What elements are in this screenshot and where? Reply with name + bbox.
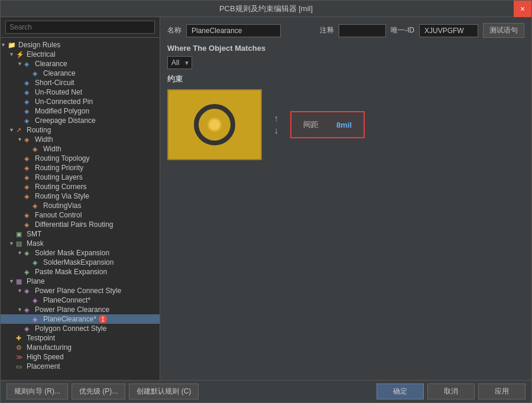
tree-item-plane-connect[interactable]: ◈PlaneConnect* (1, 295, 160, 305)
tree-item-un-connected-pin[interactable]: ◈Un-Connected Pin (1, 97, 160, 106)
tree-item-plane[interactable]: ▼▦Plane (1, 277, 160, 286)
tree-item-placement[interactable]: ▭Placement (1, 362, 160, 371)
tree-item-testpoint[interactable]: ✚Testpoint (1, 333, 160, 343)
tree-item-clearance[interactable]: ◈Clearance (1, 69, 160, 78)
create-default-button[interactable]: 创建默认规则 (C) (129, 384, 199, 399)
where-select[interactable]: All (167, 56, 192, 69)
gap-value: 8mil (336, 121, 352, 129)
tree-icon-routing-via-style: ◈ (24, 193, 34, 200)
tree-label-smt: SMT (27, 230, 41, 238)
tree-item-solder-mask-exp-item[interactable]: ◈SolderMaskExpansion (1, 258, 160, 267)
tree-arrow-design-rules: ▼ (1, 42, 8, 48)
ok-button[interactable]: 确定 (377, 384, 424, 399)
tree-item-width[interactable]: ◈Width (1, 144, 160, 154)
tree-item-diff-pairs[interactable]: ◈Differential Pairs Routing (1, 220, 160, 229)
tree-item-routing-vias[interactable]: ◈RoutingVias (1, 201, 160, 210)
gap-label: 间距 (303, 119, 319, 130)
rule-header: 名称 注释 唯一-ID 测试语句 (167, 23, 524, 38)
tree-item-fanout-control[interactable]: ◈Fanout Control (1, 210, 160, 220)
constraint-section: 约束 ↑ ↓ 间距 8mil (167, 74, 524, 374)
rule-wizard-button[interactable]: 规则向导 (R)... (7, 384, 68, 399)
tree-item-smt[interactable]: ▣SMT (1, 229, 160, 239)
tree-arrow-power-plane-clearance: ▼ (17, 307, 24, 313)
tree-item-creepage-distance[interactable]: ◈Creepage Distance (1, 116, 160, 125)
unique-id-input[interactable] (419, 24, 478, 37)
constraint-content: ↑ ↓ 间距 8mil (167, 89, 524, 160)
where-row: All ▼ (167, 56, 524, 69)
tree-item-routing-topology[interactable]: ◈Routing Topology (1, 154, 160, 163)
tree-item-electrical[interactable]: ▼⚡Electrical (1, 50, 160, 59)
tree-label-routing-vias: RoutingVias (43, 202, 82, 210)
tree-label-testpoint: Testpoint (27, 334, 55, 342)
tree-label-power-plane-clearance: Power Plane Clearance (35, 306, 109, 314)
tree-icon-width: ◈ (33, 145, 42, 153)
tree-item-un-routed-net[interactable]: ◈Un-Routed Net (1, 87, 160, 97)
pcb-inner-ring (194, 104, 235, 145)
test-button[interactable]: 测试语句 (483, 23, 524, 38)
tree-icon-routing-priority: ◈ (24, 164, 34, 172)
name-label: 名称 (167, 25, 181, 35)
pcb-hole (207, 118, 222, 132)
tree-icon-plane-clearance: ◈ (33, 316, 42, 323)
bottom-bar: 规则向导 (R)... 优先级 (P)... 创建默认规则 (C) 确定 取消 … (1, 380, 531, 402)
tree-icon-un-routed-net: ◈ (24, 89, 34, 96)
tree-item-routing-via-style[interactable]: ◈Routing Via Style (1, 191, 160, 201)
tree-icon-width-group: ◈ (24, 136, 34, 144)
tree-label-short-circuit: Short-Circuit (35, 79, 74, 87)
tree-icon-polygon-connect: ◈ (24, 325, 34, 333)
close-button[interactable]: × (514, 1, 531, 17)
tree-item-routing-corners[interactable]: ◈Routing Corners (1, 182, 160, 191)
tree-label-routing-via-style: Routing Via Style (35, 192, 89, 200)
apply-button[interactable]: 应用 (478, 384, 525, 399)
tree-icon-clearance-group: ◈ (24, 60, 34, 68)
tree-label-clearance: Clearance (43, 69, 76, 77)
tree-item-high-speed[interactable]: ≫High Speed (1, 352, 160, 362)
tree-item-routing-layers[interactable]: ◈Routing Layers (1, 173, 160, 182)
tree-item-routing[interactable]: ▼↗Routing (1, 125, 160, 135)
tree-icon-routing: ↗ (16, 126, 25, 134)
tree-label-solder-mask-exp-item: SolderMaskExpansion (43, 258, 113, 266)
tree-icon-creepage-distance: ◈ (24, 117, 34, 125)
tree-item-polygon-connect[interactable]: ◈Polygon Connect Style (1, 324, 160, 333)
tree-label-polygon-connect: Polygon Connect Style (35, 324, 106, 333)
search-bar (1, 17, 160, 38)
tree-label-placement: Placement (27, 362, 60, 370)
rule-name-input[interactable] (186, 24, 281, 37)
tree-arrow-power-plane-connect: ▼ (17, 288, 24, 294)
tree-item-manufacturing[interactable]: ⚙Manufacturing (1, 343, 160, 352)
tree-icon-solder-mask-exp-item: ◈ (33, 259, 42, 266)
tree-label-routing-layers: Routing Layers (35, 173, 83, 181)
tree-icon-solder-mask-exp: ◈ (24, 249, 34, 257)
where-title: Where The Object Matches (167, 44, 524, 53)
tree-icon-diff-pairs: ◈ (24, 221, 34, 229)
tree-item-paste-mask-exp[interactable]: ◈Paste Mask Expansion (1, 267, 160, 277)
where-select-wrap[interactable]: All ▼ (167, 56, 192, 69)
tree-item-clearance-group[interactable]: ▼◈Clearance (1, 59, 160, 69)
tree-item-power-plane-connect[interactable]: ▼◈Power Plane Connect Style (1, 286, 160, 295)
window-title: PCB规则及约束编辑器 [mil] (219, 4, 313, 14)
tree-icon-routing-corners: ◈ (24, 183, 34, 191)
tree-icon-plane-connect: ◈ (33, 297, 42, 304)
pcb-visual (167, 89, 262, 160)
tree-item-width-group[interactable]: ▼◈Width (1, 135, 160, 144)
search-input[interactable] (5, 21, 155, 34)
tree-label-width-group: Width (35, 135, 53, 144)
tree-label-plane: Plane (27, 277, 45, 285)
tree-item-plane-clearance[interactable]: ◈PlaneClearance*1 (1, 314, 160, 324)
priority-button[interactable]: 优先级 (P)... (72, 384, 125, 399)
tree-item-power-plane-clearance[interactable]: ▼◈Power Plane Clearance (1, 305, 160, 314)
tree-item-design-rules[interactable]: ▼📁Design Rules (1, 40, 160, 50)
tree-item-modified-polygon[interactable]: ◈Modified Polygon (1, 106, 160, 116)
tree-label-routing-topology: Routing Topology (35, 154, 90, 162)
tree-item-routing-priority[interactable]: ◈Routing Priority (1, 163, 160, 173)
tree-label-mask: Mask (27, 239, 44, 248)
cancel-button[interactable]: 取消 (427, 384, 475, 399)
tree-item-solder-mask-exp[interactable]: ▼◈Solder Mask Expansion (1, 248, 160, 258)
tree-label-high-speed: High Speed (27, 353, 64, 361)
tree-item-mask[interactable]: ▼▤Mask (1, 239, 160, 248)
tree-label-paste-mask-exp: Paste Mask Expansion (35, 268, 107, 276)
tree-icon-routing-topology: ◈ (24, 155, 34, 162)
tree-label-routing-corners: Routing Corners (35, 183, 86, 191)
tree-item-short-circuit[interactable]: ◈Short-Circuit (1, 78, 160, 87)
title-bar: PCB规则及约束编辑器 [mil] × (1, 1, 531, 17)
